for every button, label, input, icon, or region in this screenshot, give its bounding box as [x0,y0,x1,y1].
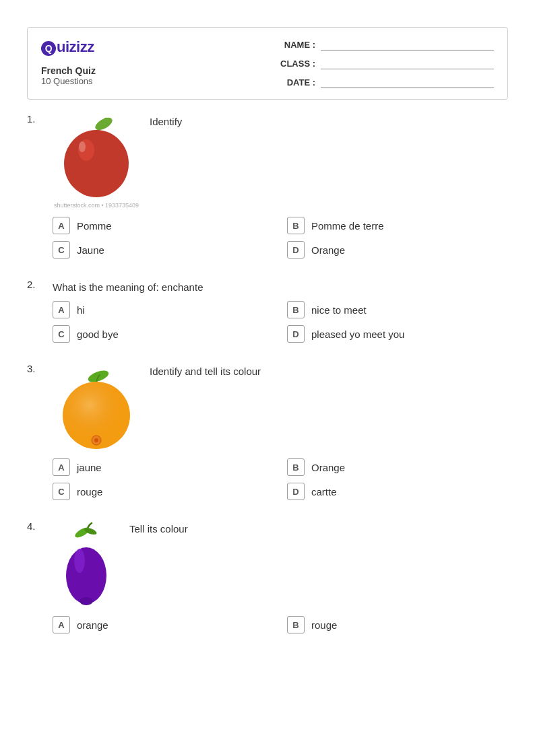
apple-image [53,113,140,201]
q1-header: 1. shutterstock.com • 1933735409 [27,113,508,209]
q3-text-c: rouge [77,486,102,497]
q2-options: A hi B nice to meet C good bye D pleased… [27,301,508,343]
q2-text-a: hi [77,304,85,316]
q4-text: Tell its colour [129,520,188,535]
q4-image-block [53,520,120,608]
q2-letter-a: A [53,301,70,318]
q1-text-d: Orange [311,244,345,256]
q1-option-d: D Orange [287,241,508,259]
q2-text-c: good bye [77,329,119,340]
q3-letter-c: C [53,483,70,500]
q1-image-caption: shutterstock.com • 1933735409 [54,202,139,209]
q3-option-b: B Orange [287,458,508,476]
q1-text: Identify [150,113,182,127]
q1-letter-b: B [287,217,305,234]
q2-option-b: B nice to meet [287,301,508,318]
header-box: Quizizz French Quiz 10 Questions NAME : … [27,27,508,100]
q4-text-b: rouge [311,619,337,631]
q2-option-c: C good bye [53,325,274,343]
q2-text-b: nice to meet [311,304,367,316]
q3-text-a: jaune [77,462,102,473]
q2-number: 2. [27,279,43,290]
q3-image-block [53,363,140,450]
q3-text: Identify and tell its colour [150,363,261,377]
q2-header: 2. What is the meaning of: enchante [27,279,508,293]
quiz-questions: 10 Questions [41,76,96,86]
q2-option-d: D pleased yo meet you [287,325,508,343]
questions-container: 1. shutterstock.com • 1933735409 [0,113,535,633]
q3-header: 3. [27,363,508,450]
class-input[interactable] [321,57,494,69]
q1-letter-a: A [53,217,70,234]
q2-option-a: A hi [53,301,274,318]
svg-point-3 [79,141,86,152]
q3-number: 3. [27,363,43,374]
orange-image [53,363,140,450]
q1-text-b: Pomme de terre [311,220,384,232]
q1-option-c: C Jaune [53,241,274,259]
svg-point-11 [66,547,106,604]
svg-point-12 [74,549,85,573]
q1-option-b: B Pomme de terre [287,217,508,234]
q4-text-a: orange [77,619,108,631]
q2-letter-b: B [287,301,305,318]
header-left: Quizizz French Quiz 10 Questions [41,38,96,86]
class-label: CLASS : [278,59,315,69]
q1-letter-d: D [287,241,305,259]
q3-options: A jaune B Orange C rouge D cartte [27,458,508,500]
q2-text: What is the meaning of: enchante [53,279,203,293]
q1-letter-c: C [53,241,70,259]
q3-option-a: A jaune [53,458,274,476]
header-right: NAME : CLASS : DATE : [278,38,494,88]
svg-point-8 [94,438,98,442]
q2-letter-c: C [53,325,70,343]
q4-option-a: A orange [53,616,274,633]
quiz-title: French Quiz [41,65,96,76]
q1-number: 1. [27,113,43,125]
q3-text-b: Orange [311,462,345,473]
q4-options: A orange B rouge [27,616,508,633]
q4-header: 4. Tell its colour [27,520,508,608]
q1-text-a: Pomme [77,220,112,232]
date-row: DATE : [278,76,494,88]
q2-letter-d: D [287,325,305,343]
question-2: 2. What is the meaning of: enchante A hi… [27,279,508,343]
q3-letter-d: D [287,483,305,500]
q4-letter-a: A [53,616,70,633]
name-label: NAME : [278,40,315,50]
q3-letter-b: B [287,458,305,476]
q4-option-b: B rouge [287,616,508,633]
q4-letter-b: B [287,616,305,633]
question-3: 3. [27,363,508,500]
question-4: 4. Tell its colour [27,520,508,633]
q2-text-d: pleased yo meet you [311,329,404,340]
date-label: DATE : [278,77,315,88]
q1-text-c: Jaune [77,244,104,256]
q3-letter-a: A [53,458,70,476]
q1-options: A Pomme B Pomme de terre C Jaune D Orang… [27,217,508,259]
q1-option-a: A Pomme [53,217,274,234]
question-1: 1. shutterstock.com • 1933735409 [27,113,508,259]
q1-image-block: shutterstock.com • 1933735409 [53,113,140,209]
q3-option-d: D cartte [287,483,508,500]
q3-option-c: C rouge [53,483,274,500]
svg-point-1 [64,130,129,197]
logo-q-icon: Q [41,41,56,56]
logo: Quizizz [41,38,96,56]
name-input[interactable] [321,38,494,50]
date-input[interactable] [321,76,494,88]
q3-text-d: cartte [311,486,337,497]
class-row: CLASS : [278,57,494,69]
name-row: NAME : [278,38,494,50]
q4-number: 4. [27,520,43,532]
eggplant-image [53,520,120,608]
svg-point-13 [80,597,93,605]
